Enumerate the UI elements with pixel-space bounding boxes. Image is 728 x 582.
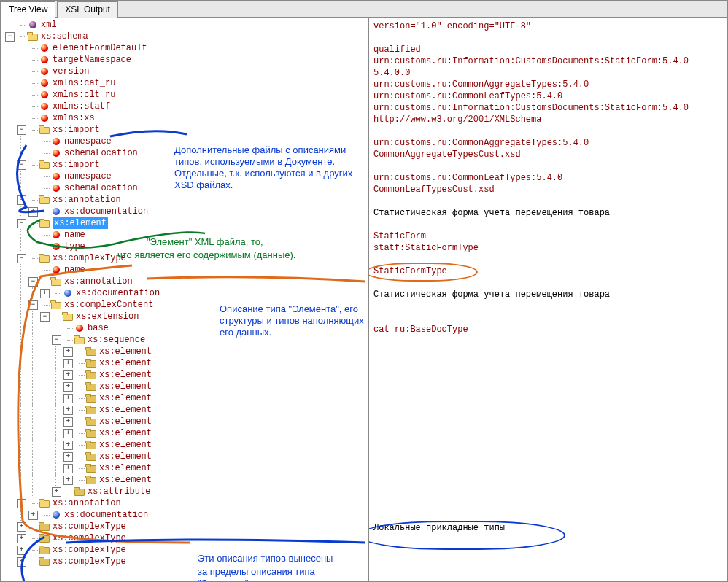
attribute-icon bbox=[50, 264, 62, 276]
toggle-minus-icon[interactable]: − bbox=[17, 125, 26, 135]
toggle-plus-icon[interactable]: + bbox=[63, 406, 73, 415]
toggle-plus-icon[interactable]: + bbox=[40, 289, 50, 298]
toggle-plus-icon[interactable]: + bbox=[63, 370, 73, 380]
value-text: qualified bbox=[373, 44, 723, 55]
tree-row[interactable]: +xs:element bbox=[4, 346, 368, 357]
value-pane[interactable]: version="1.0" encoding="UTF-8" qualified… bbox=[369, 18, 727, 581]
tree-row[interactable]: xmlns:clt_ru bbox=[4, 89, 368, 101]
value-text: cat_ru:BaseDocType bbox=[373, 324, 723, 335]
toggle-minus-icon[interactable]: − bbox=[52, 335, 61, 345]
toggle-minus-icon[interactable]: − bbox=[17, 219, 26, 228]
folder-closed-icon bbox=[85, 427, 97, 439]
toggle-plus-icon[interactable]: + bbox=[63, 394, 73, 403]
toggle-plus-icon[interactable]: + bbox=[63, 417, 73, 427]
toggle-plus-icon[interactable]: + bbox=[17, 522, 26, 532]
tree-row[interactable]: −xs:annotation bbox=[4, 497, 368, 509]
toggle-plus-icon[interactable]: + bbox=[28, 207, 38, 217]
tree-row[interactable]: +xs:element bbox=[4, 416, 368, 427]
toggle-plus-icon[interactable]: + bbox=[63, 464, 73, 473]
toggle-plus-icon[interactable]: + bbox=[17, 557, 26, 567]
toggle-minus-icon[interactable]: − bbox=[17, 499, 26, 508]
toggle-plus-icon[interactable]: + bbox=[63, 359, 73, 368]
toggle-minus-icon[interactable]: − bbox=[28, 300, 38, 310]
tab-xsl-output[interactable]: XSL Output bbox=[57, 1, 118, 18]
tree-row[interactable]: +xs:attribute bbox=[4, 486, 368, 497]
tree-row[interactable]: −xs:sequence bbox=[4, 334, 368, 346]
toggle-plus-icon[interactable]: + bbox=[63, 429, 73, 438]
tree-row[interactable]: schemaLocation bbox=[4, 147, 368, 159]
tree-row[interactable]: namespace bbox=[4, 171, 368, 182]
tree-row[interactable]: base bbox=[4, 322, 368, 334]
node-label: xs:complexType bbox=[53, 532, 126, 544]
tree-row[interactable]: xmlns:statf bbox=[4, 101, 368, 112]
tree-row[interactable]: −xs:extension bbox=[4, 311, 368, 322]
tree-row[interactable]: name bbox=[4, 229, 368, 241]
tree-row[interactable]: +xs:element bbox=[4, 392, 368, 404]
node-label: xs:element bbox=[99, 451, 152, 462]
tree-row[interactable]: +xs:element bbox=[4, 462, 368, 474]
toggle-minus-icon[interactable]: − bbox=[17, 195, 26, 205]
tree-row[interactable]: +xs:documentation bbox=[4, 287, 368, 299]
folder-closed-icon bbox=[85, 451, 97, 462]
toggle-plus-icon[interactable]: + bbox=[63, 441, 73, 450]
tree-row[interactable]: +xs:element bbox=[4, 357, 368, 369]
tree-row[interactable]: xmlns:cat_ru bbox=[4, 77, 368, 89]
tree-row[interactable]: +xs:element bbox=[4, 381, 368, 392]
node-label: base bbox=[88, 322, 109, 334]
tab-tree-view[interactable]: Tree View bbox=[1, 1, 55, 18]
tree-row[interactable]: +xs:complexType bbox=[4, 556, 368, 567]
tree-row[interactable]: +xs:documentation bbox=[4, 509, 368, 521]
tree-row[interactable]: +xs:element bbox=[4, 427, 368, 439]
node-label: xs:element bbox=[99, 357, 152, 369]
toggle-plus-icon[interactable]: + bbox=[17, 546, 26, 555]
tree-row[interactable]: +xs:element bbox=[4, 474, 368, 486]
tree-row[interactable]: +xs:element bbox=[4, 451, 368, 462]
toggle-plus-icon[interactable]: + bbox=[63, 476, 73, 485]
tree-row[interactable]: schemaLocation bbox=[4, 182, 368, 194]
toggle-plus-icon[interactable]: + bbox=[17, 534, 26, 543]
tree-row[interactable]: xmlns:xs bbox=[4, 112, 368, 124]
tree-row[interactable]: +xs:complexType bbox=[4, 521, 368, 532]
folder-open-icon bbox=[39, 252, 50, 264]
toggle-plus-icon[interactable]: + bbox=[52, 487, 61, 497]
tree-row[interactable]: − xs:schema bbox=[4, 31, 368, 42]
tree-row[interactable]: elementFormDefault bbox=[4, 42, 368, 54]
toggle-minus-icon[interactable]: − bbox=[5, 32, 15, 42]
tree-row[interactable]: +xs:documentation bbox=[4, 206, 368, 217]
folder-open-icon bbox=[39, 124, 50, 136]
tree-row[interactable]: −xs:complexContent bbox=[4, 299, 368, 311]
value-text: urn:customs.ru:CommonLeafTypes:5.4.0 bbox=[373, 172, 723, 184]
tree-pane[interactable]: xml − xs:schema elementFormDefault targe… bbox=[1, 18, 369, 581]
tree-row[interactable]: −xs:element bbox=[4, 217, 368, 229]
tree-row[interactable]: +xs:complexType bbox=[4, 532, 368, 544]
toggle-plus-icon[interactable]: + bbox=[28, 511, 38, 520]
tree-row[interactable]: version bbox=[4, 66, 368, 77]
toggle-minus-icon[interactable]: − bbox=[17, 254, 26, 263]
toggle-plus-icon[interactable]: + bbox=[63, 382, 73, 392]
tree-row[interactable]: namespace bbox=[4, 136, 368, 147]
tree-row[interactable]: −xs:complexType bbox=[4, 252, 368, 264]
tree-row[interactable]: +xs:element bbox=[4, 404, 368, 416]
toggle-minus-icon[interactable]: − bbox=[28, 277, 38, 287]
toggle-plus-icon[interactable]: + bbox=[63, 452, 73, 462]
toggle-minus-icon[interactable]: − bbox=[40, 312, 50, 322]
value-text: urn:customs.ru:Information:CustomsDocume… bbox=[373, 55, 723, 67]
tree-row[interactable]: +xs:complexType bbox=[4, 544, 368, 556]
attribute-icon bbox=[39, 89, 50, 101]
tree-row[interactable]: type bbox=[4, 241, 368, 252]
tree-row[interactable]: +xs:element bbox=[4, 369, 368, 381]
node-label: xs:annotation bbox=[53, 497, 121, 509]
toggle-plus-icon[interactable]: + bbox=[63, 347, 73, 357]
tree-row[interactable]: xml bbox=[4, 19, 368, 31]
tree-row[interactable]: −xs:annotation bbox=[4, 276, 368, 287]
tree-row[interactable]: targetNamespace bbox=[4, 54, 368, 66]
node-label: elementFormDefault bbox=[53, 42, 147, 54]
node-label: xs:complexContent bbox=[64, 299, 153, 311]
toggle-minus-icon[interactable]: − bbox=[17, 160, 26, 170]
tree-row[interactable]: +xs:element bbox=[4, 439, 368, 451]
attribute-icon bbox=[39, 101, 50, 112]
tree-row[interactable]: −xs:import bbox=[4, 159, 368, 171]
tree-row[interactable]: name bbox=[4, 264, 368, 276]
tree-row[interactable]: −xs:annotation bbox=[4, 194, 368, 206]
tree-row[interactable]: −xs:import bbox=[4, 124, 368, 136]
